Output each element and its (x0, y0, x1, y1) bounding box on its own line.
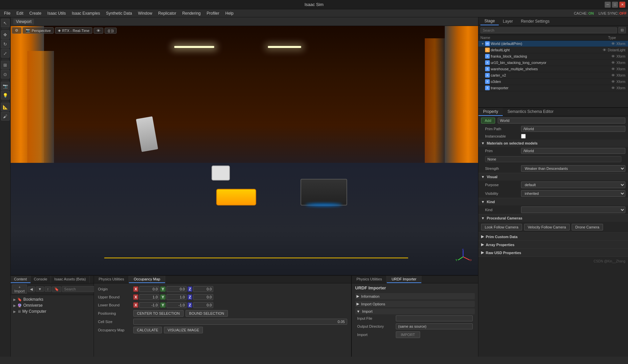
tab-semantics[interactable]: Semantics Schema Editor (503, 108, 558, 116)
up-button[interactable]: ↑ (45, 286, 51, 292)
o3den-visibility[interactable]: 👁 (611, 80, 615, 84)
ur10-visibility[interactable]: 👁 (611, 61, 615, 65)
stage-row-ur10[interactable]: X ur10_bin_stacking_long_conveyor 👁 Xfor… (478, 60, 628, 66)
bound-selection-button[interactable]: BOUND SELECTION (186, 310, 228, 317)
origin-z-input[interactable] (193, 286, 213, 292)
visualize-image-button[interactable]: VISUALIZE IMAGE (164, 327, 203, 333)
import-button[interactable]: + Import (12, 284, 27, 294)
world-visibility[interactable]: 👁 (611, 42, 615, 46)
render-mode-button[interactable]: ◈ RTX - Real-Time (55, 27, 92, 34)
lower-x-input[interactable] (139, 302, 159, 308)
kind-select[interactable]: assembly component group model subcompon… (521, 206, 625, 213)
tree-item-mycomputer[interactable]: ▶ 🖥 My Computer (12, 308, 92, 314)
bookmark-btn[interactable]: 🔖 (52, 286, 61, 292)
tab-layer[interactable]: Layer (499, 18, 517, 25)
tool-snap[interactable]: ⊞ (1, 61, 10, 69)
prim-custom-data-header[interactable]: ▶ Prim Custom Data (478, 233, 628, 240)
strength-select[interactable]: Weaker than Descendants Stronger than De… (521, 165, 625, 172)
menu-isaac-utils[interactable]: Isaac Utils (45, 10, 68, 16)
import-button-urdf[interactable]: IMPORT (396, 331, 420, 338)
menu-file[interactable]: File (1, 10, 13, 16)
visual-section-header[interactable]: ▼ Visual (478, 173, 628, 181)
menu-edit[interactable]: Edit (14, 10, 26, 16)
look-follow-camera-button[interactable]: Look Follow Camera (481, 224, 522, 230)
close-button[interactable]: ✕ (619, 2, 625, 8)
tab-physics-utilities[interactable]: Physics Utilities (94, 276, 129, 283)
instanceable-checkbox[interactable] (521, 134, 526, 139)
lower-y-input[interactable] (167, 302, 187, 308)
minimize-button[interactable]: ─ (605, 2, 611, 8)
raw-usd-header[interactable]: ▶ Raw USD Properties (478, 249, 628, 256)
tool-select[interactable]: ↖ (1, 19, 10, 27)
materials-prim-input[interactable] (521, 148, 625, 154)
origin-x-input[interactable] (139, 286, 159, 292)
visibility-select[interactable]: inherited invisible (521, 190, 625, 197)
tree-item-bookmarks[interactable]: ▶ 🔖 Bookmarks (12, 296, 92, 302)
tab-urdf-importer[interactable]: URDF Importer (387, 276, 421, 283)
input-file-field[interactable] (396, 315, 473, 321)
tab-stage[interactable]: Stage (480, 17, 499, 25)
menu-help[interactable]: Help (223, 10, 236, 16)
stage-row-defaultlight[interactable]: L defaultLight 👁 DistantLight (478, 47, 628, 53)
visibility-button[interactable]: 👁 (94, 28, 103, 34)
urdf-import-header[interactable]: ▼ Import (355, 308, 475, 314)
calculate-button[interactable]: CALCULATE (133, 327, 162, 333)
tool-camera[interactable]: 📷 (1, 82, 10, 90)
tool-paint[interactable]: 🖌 (1, 112, 10, 121)
origin-y-input[interactable] (167, 286, 187, 292)
upper-x-input[interactable] (139, 294, 159, 300)
add-button[interactable]: Add (481, 118, 495, 124)
menu-isaac-examples[interactable]: Isaac Examples (69, 10, 103, 16)
stage-row-franka[interactable]: X franka_block_stacking 👁 Xform (478, 53, 628, 60)
forward-button[interactable]: ▼ (36, 286, 44, 292)
prim-path-input[interactable] (521, 126, 625, 132)
output-dir-field[interactable] (396, 323, 473, 329)
broadcast-button[interactable]: ((·)) (105, 28, 117, 34)
cell-size-input[interactable] (133, 319, 347, 325)
purpose-select[interactable]: default render proxy guide (521, 182, 625, 188)
urdf-information-header[interactable]: ▶ Information (355, 293, 475, 299)
tab-isaac-assets[interactable]: Isaac Assets (Beta) (51, 276, 90, 283)
materials-section-header[interactable]: ▼ Materials on selected models (478, 140, 628, 147)
menu-rendering[interactable]: Rendering (180, 10, 203, 16)
menu-create[interactable]: Create (27, 10, 44, 16)
menu-replicator[interactable]: Replicator (156, 10, 179, 16)
menu-profiler[interactable]: Profiler (204, 10, 222, 16)
franka-visibility[interactable]: 👁 (611, 54, 615, 58)
tab-occupancy-map[interactable]: Occupancy Map (129, 276, 165, 283)
center-to-selection-button[interactable]: CENTER TO SELECTION (133, 310, 184, 317)
warehouse-visibility[interactable]: 👁 (611, 67, 615, 71)
tool-light[interactable]: 💡 (1, 91, 10, 100)
stage-row-world[interactable]: ▼ W World (defaultPrim) 👁 Xform (478, 41, 628, 47)
maximize-button[interactable]: □ (612, 2, 618, 8)
tab-content[interactable]: Content (11, 276, 31, 283)
tool-scale[interactable]: ⤢ (1, 49, 10, 58)
carter-visibility[interactable]: 👁 (611, 73, 615, 77)
tree-item-omniverse[interactable]: ▶ 🔮 Omniverse (12, 302, 92, 308)
tool-move[interactable]: ✥ (1, 30, 10, 39)
upper-z-input[interactable] (193, 294, 213, 300)
transporter-visibility[interactable]: 👁 (611, 86, 615, 90)
stage-row-o3den[interactable]: X o3den 👁 Xform (478, 79, 628, 85)
upper-y-input[interactable] (167, 294, 187, 300)
defaultlight-visibility[interactable]: 👁 (603, 48, 606, 52)
array-properties-header[interactable]: ▶ Array Properties (478, 241, 628, 248)
kind-section-header[interactable]: ▼ Kind (478, 198, 628, 205)
stage-filter-button[interactable]: ⊟ (618, 27, 626, 33)
back-button[interactable]: ◀ (28, 286, 35, 292)
viewport[interactable]: ⚙ 📷 Perspective ◈ RTX - Real-Time 👁 ((·)… (11, 26, 478, 275)
lower-z-input[interactable] (193, 302, 213, 308)
stage-search-input[interactable] (480, 27, 617, 33)
menu-window[interactable]: Window (135, 10, 155, 16)
tool-measure[interactable]: 📐 (1, 103, 10, 111)
perspective-button[interactable]: 📷 Perspective (23, 27, 54, 34)
drone-camera-button[interactable]: Drone Camera (572, 224, 603, 230)
stage-row-carter[interactable]: X carter_v2 👁 Xform (478, 72, 628, 79)
menu-synthetic-data[interactable]: Synthetic Data (103, 10, 135, 16)
viewport-settings-button[interactable]: ⚙ (12, 27, 21, 34)
tool-rotate[interactable]: ↻ (1, 40, 10, 48)
tab-property[interactable]: Property (478, 108, 503, 116)
stage-row-warehouse[interactable]: X warehouse_multiple_shelves 👁 Xform (478, 66, 628, 72)
tab-console[interactable]: Console (31, 276, 51, 283)
stage-row-transporter[interactable]: X transporter 👁 Xform (478, 85, 628, 91)
